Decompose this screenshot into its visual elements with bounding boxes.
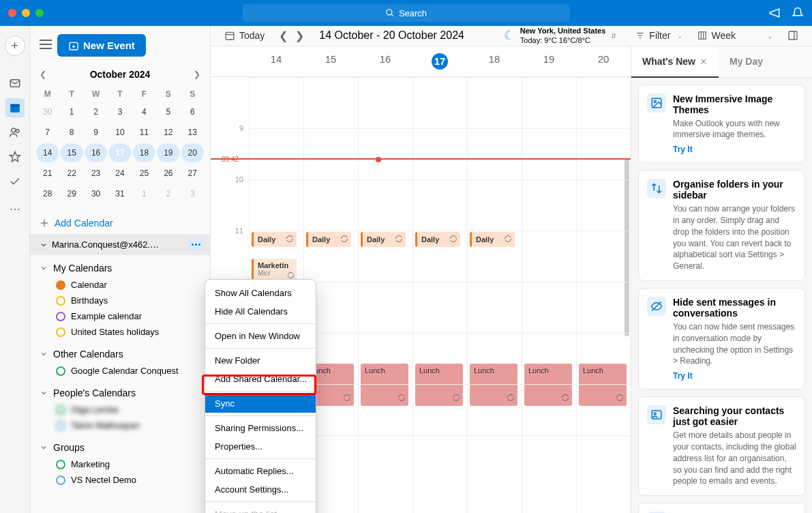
scrollbar[interactable] — [625, 159, 629, 336]
context-menu-item[interactable]: Add Shared Calendar... — [205, 370, 316, 388]
mini-cal-day[interactable]: 25 — [133, 164, 155, 183]
event-lunch[interactable]: Lunch — [415, 364, 463, 406]
maximize-icon[interactable] — [35, 9, 44, 17]
mini-cal-day[interactable]: 27 — [181, 164, 204, 183]
mail-icon[interactable] — [5, 74, 25, 93]
whats-new-card[interactable]: New Immersive Image Themes Make Outlook … — [638, 85, 805, 164]
event-marketin[interactable]: MarketinMicr — [252, 259, 297, 282]
card-action-link[interactable]: Try It — [673, 145, 796, 154]
mini-cal-day[interactable]: 26 — [157, 164, 179, 183]
context-menu-item[interactable]: Sync — [205, 394, 316, 413]
calendar-item[interactable]: Calendar — [40, 277, 200, 293]
mini-cal-day[interactable]: 28 — [36, 184, 59, 203]
event-daily[interactable]: Daily — [306, 232, 351, 247]
mini-cal-day[interactable]: 11 — [133, 123, 155, 142]
context-menu-item[interactable]: Show All Calendars — [205, 284, 316, 302]
mini-cal-day[interactable]: 2 — [85, 102, 107, 121]
context-menu-item[interactable]: Account Settings... — [205, 480, 316, 499]
mini-cal-day[interactable]: 14 — [36, 143, 59, 162]
day-column[interactable]: DailyLunch — [358, 77, 412, 513]
tab-whats-new[interactable]: What's New — [631, 46, 719, 78]
event-daily[interactable]: Daily — [361, 232, 406, 247]
calendar-item[interactable]: Marketing — [40, 456, 200, 472]
prev-week-button[interactable]: ❮ — [275, 28, 290, 43]
day-header[interactable]: 20 — [576, 46, 631, 76]
weather-widget[interactable]: ☾ New York, United States Today: 9°C 16°… — [504, 26, 617, 46]
mini-cal-day[interactable]: 12 — [157, 123, 179, 142]
day-column[interactable]: DailyLunch — [467, 77, 522, 513]
event-daily[interactable]: Daily — [415, 232, 460, 247]
account-more-button[interactable] — [188, 239, 203, 251]
mini-cal-day[interactable]: 29 — [60, 184, 82, 203]
mini-cal-day[interactable]: 1 — [60, 102, 82, 121]
add-calendar-button[interactable]: Add Calendar — [30, 208, 210, 234]
next-week-button[interactable]: ❯ — [292, 28, 307, 43]
calendar-item[interactable]: United States holidays — [40, 324, 200, 340]
day-header[interactable]: 17 — [412, 46, 467, 76]
event-lunch[interactable]: Lunch — [579, 364, 627, 406]
mini-cal-day[interactable]: 8 — [60, 123, 82, 142]
day-header[interactable]: 15 — [303, 46, 358, 76]
new-button[interactable]: + — [5, 35, 25, 56]
whats-new-card[interactable]: Hide sent messages in conversations You … — [638, 288, 805, 390]
mini-cal-day[interactable]: 2 — [157, 184, 179, 203]
mini-cal-day[interactable]: 17 — [108, 143, 131, 162]
mini-cal-day[interactable]: 30 — [85, 184, 107, 203]
mini-cal-day[interactable]: 18 — [133, 143, 155, 162]
event-lunch[interactable]: Lunch — [361, 364, 408, 406]
mini-cal-day[interactable]: 22 — [60, 164, 82, 183]
account-row[interactable]: Marina.Conquest@x462.… — [30, 234, 210, 255]
context-menu-item[interactable]: Hide All Calendars — [205, 302, 316, 321]
hamburger-icon[interactable] — [40, 40, 52, 52]
mini-cal-day[interactable]: 20 — [181, 143, 204, 162]
whats-new-card[interactable]: Organise folders in your sidebar You can… — [638, 170, 805, 281]
context-menu-item[interactable]: New Folder — [205, 351, 316, 370]
context-menu-item[interactable]: Automatic Replies... — [205, 462, 316, 480]
calendar-item[interactable]: Birthdays — [40, 293, 200, 308]
search-input[interactable]: Search — [243, 4, 570, 22]
mini-cal-day[interactable]: 31 — [108, 184, 131, 203]
whats-new-card[interactable]: Live collaboration in email Think, plan … — [638, 503, 805, 513]
mini-cal-day[interactable]: 16 — [85, 143, 107, 162]
tab-my-day[interactable]: My Day — [719, 46, 774, 77]
event-daily[interactable]: Daily — [470, 232, 515, 247]
day-column[interactable]: Lunch — [576, 77, 631, 513]
day-column[interactable]: Lunch — [522, 77, 576, 513]
calendar-item[interactable]: Talvin Malhoayan — [40, 417, 200, 433]
mini-cal-day[interactable]: 7 — [36, 123, 59, 142]
prev-month-button[interactable]: ❮ — [40, 70, 46, 79]
mini-cal-day[interactable]: 30 — [36, 102, 59, 121]
calendar-item[interactable]: Olga Lemke — [40, 402, 200, 417]
day-header[interactable]: 16 — [358, 46, 412, 76]
mini-cal-day[interactable]: 23 — [85, 164, 107, 183]
mini-cal-day[interactable]: 4 — [133, 102, 155, 121]
right-panel-body[interactable]: New Immersive Image Themes Make Outlook … — [631, 78, 812, 513]
mini-cal-day[interactable]: 9 — [85, 123, 107, 142]
calendar-section-header[interactable]: People's Calendars — [40, 384, 200, 402]
calendar-item[interactable]: Example calendar — [40, 308, 200, 324]
new-event-button[interactable]: New Event — [57, 34, 146, 57]
card-action-link[interactable]: Try It — [673, 371, 796, 381]
panel-toggle-button[interactable] — [783, 27, 802, 44]
mini-cal-day[interactable]: 6 — [181, 102, 204, 121]
mini-cal-day[interactable]: 5 — [157, 102, 179, 121]
mini-cal-day[interactable]: 10 — [108, 123, 131, 142]
close-icon[interactable] — [8, 9, 16, 17]
star-icon[interactable] — [5, 147, 25, 166]
bell-icon[interactable] — [792, 7, 804, 19]
view-switcher[interactable]: Week ⌄ — [693, 27, 777, 44]
day-column[interactable]: DailyLunch — [412, 77, 467, 513]
context-menu-item[interactable]: Sharing Permissions... — [205, 419, 316, 437]
next-month-button[interactable]: ❯ — [194, 70, 200, 79]
mini-cal-day[interactable]: 24 — [108, 164, 131, 183]
mini-cal-day[interactable]: 15 — [60, 143, 82, 162]
filter-button[interactable]: Filter ⌄ — [631, 27, 687, 44]
calendar-section-header[interactable]: My Calendars — [40, 259, 200, 277]
day-header[interactable]: 18 — [467, 46, 522, 76]
calendar-section-header[interactable]: Other Calendars — [40, 345, 200, 363]
event-daily[interactable]: Daily — [252, 232, 297, 247]
day-header[interactable]: 14 — [249, 46, 303, 76]
people-icon[interactable] — [5, 123, 25, 142]
megaphone-icon[interactable] — [768, 7, 781, 19]
calendar-item[interactable]: VS Nectel Demo — [40, 472, 200, 488]
